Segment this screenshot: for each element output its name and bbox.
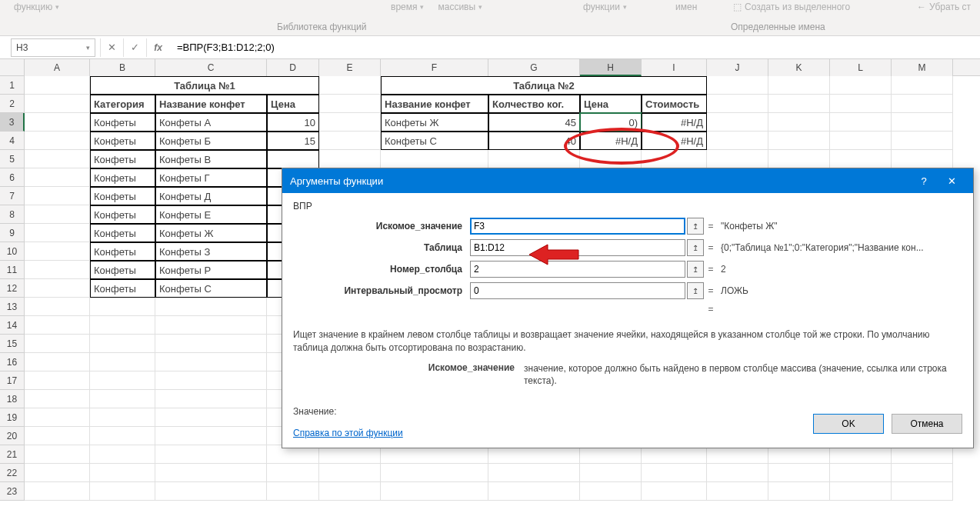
cell[interactable]: [90, 298, 155, 316]
cell[interactable]: [25, 242, 90, 261]
cell[interactable]: [830, 113, 892, 132]
cell[interactable]: Конфеты Р: [155, 261, 267, 279]
row-header[interactable]: 6: [0, 168, 25, 187]
cell[interactable]: Таблица №1: [90, 76, 319, 95]
cell[interactable]: [768, 113, 830, 132]
col-header[interactable]: K: [768, 59, 830, 76]
cell[interactable]: [90, 427, 155, 445]
row-header[interactable]: 2: [0, 95, 25, 113]
row-header[interactable]: 17: [0, 371, 25, 390]
cell[interactable]: [768, 482, 830, 501]
cell[interactable]: [319, 150, 381, 168]
cell[interactable]: [580, 464, 642, 482]
cell[interactable]: Конфеты: [90, 113, 155, 132]
cell[interactable]: [25, 482, 90, 501]
cell[interactable]: [25, 261, 90, 279]
cell[interactable]: [155, 298, 267, 316]
row-header[interactable]: 13: [0, 298, 25, 316]
cell[interactable]: Конфеты: [90, 205, 155, 224]
cell[interactable]: [707, 132, 768, 150]
formula-accept-icon[interactable]: ✓: [123, 38, 146, 57]
cell[interactable]: [90, 335, 155, 353]
cancel-button[interactable]: Отмена: [892, 414, 962, 434]
cell[interactable]: [381, 150, 488, 168]
arg-input[interactable]: [470, 218, 685, 235]
cell[interactable]: [25, 427, 90, 445]
cell[interactable]: Конфеты С: [381, 132, 488, 150]
cell[interactable]: [90, 316, 155, 335]
ribbon-create-from-selection[interactable]: ⬚ Создать из выделенного: [727, 0, 856, 14]
row-header[interactable]: 19: [0, 408, 25, 427]
cell[interactable]: [580, 482, 642, 501]
cell[interactable]: [707, 113, 768, 132]
cell[interactable]: [830, 464, 892, 482]
ribbon-item[interactable]: функцию ▾: [8, 0, 65, 14]
formula-input[interactable]: [169, 38, 980, 57]
cell[interactable]: [25, 445, 90, 464]
row-header[interactable]: 16: [0, 353, 25, 371]
name-box[interactable]: H3 ▾: [11, 38, 95, 57]
range-select-icon[interactable]: ↥: [687, 239, 704, 256]
cell[interactable]: Конфеты: [90, 168, 155, 187]
cell[interactable]: [830, 150, 892, 168]
arg-input[interactable]: [470, 261, 685, 278]
cell[interactable]: [892, 113, 953, 132]
cell[interactable]: [488, 482, 580, 501]
cell[interactable]: [25, 390, 90, 408]
cell[interactable]: [580, 150, 642, 168]
cell[interactable]: [90, 445, 155, 464]
cell[interactable]: [642, 482, 707, 501]
col-header[interactable]: L: [830, 59, 892, 76]
cell[interactable]: [155, 371, 267, 390]
cell[interactable]: [707, 95, 768, 113]
cell[interactable]: [488, 464, 580, 482]
cell[interactable]: [768, 95, 830, 113]
range-select-icon[interactable]: ↥: [687, 261, 704, 278]
cell[interactable]: [707, 482, 768, 501]
col-header[interactable]: H: [580, 59, 642, 76]
cell[interactable]: Цена: [580, 95, 642, 113]
col-header[interactable]: I: [642, 59, 707, 76]
row-header[interactable]: 9: [0, 224, 25, 242]
help-link[interactable]: Справка по этой функции: [293, 428, 403, 438]
cell[interactable]: [381, 464, 488, 482]
cell[interactable]: [25, 95, 90, 113]
range-select-icon[interactable]: ↥: [687, 218, 704, 235]
cell[interactable]: Конфеты А: [155, 113, 267, 132]
cell[interactable]: Конфеты: [90, 187, 155, 205]
row-header[interactable]: 10: [0, 242, 25, 261]
row-header[interactable]: 8: [0, 205, 25, 224]
cell[interactable]: [707, 464, 768, 482]
cell[interactable]: [319, 76, 381, 95]
ribbon-item[interactable]: массивы▾: [432, 0, 488, 14]
cell[interactable]: Конфеты: [90, 279, 155, 298]
row-header[interactable]: 15: [0, 335, 25, 353]
cell[interactable]: [892, 132, 953, 150]
cell[interactable]: Конфеты Ж: [381, 113, 488, 132]
col-header[interactable]: G: [488, 59, 580, 76]
row-header[interactable]: 23: [0, 482, 25, 501]
cell[interactable]: [319, 132, 381, 150]
row-header[interactable]: 7: [0, 187, 25, 205]
cell[interactable]: Конфеты: [90, 132, 155, 150]
dialog-close-icon[interactable]: ✕: [938, 168, 965, 193]
cell[interactable]: Категория: [90, 95, 155, 113]
cell[interactable]: [155, 464, 267, 482]
col-header[interactable]: A: [25, 59, 90, 76]
col-header[interactable]: F: [381, 59, 488, 76]
row-header[interactable]: 11: [0, 261, 25, 279]
cell[interactable]: [892, 95, 953, 113]
ribbon-item[interactable]: время▾: [385, 0, 430, 14]
cell[interactable]: [155, 390, 267, 408]
cell[interactable]: [267, 482, 319, 501]
cell[interactable]: [642, 150, 707, 168]
cell[interactable]: [155, 408, 267, 427]
cell[interactable]: 40: [488, 132, 580, 150]
cell[interactable]: Колчество ког.: [488, 95, 580, 113]
cell[interactable]: [892, 482, 953, 501]
cell[interactable]: [25, 279, 90, 298]
cell[interactable]: #Н/Д: [580, 132, 642, 150]
cell[interactable]: [90, 353, 155, 371]
cell[interactable]: [267, 464, 319, 482]
cell[interactable]: [319, 464, 381, 482]
